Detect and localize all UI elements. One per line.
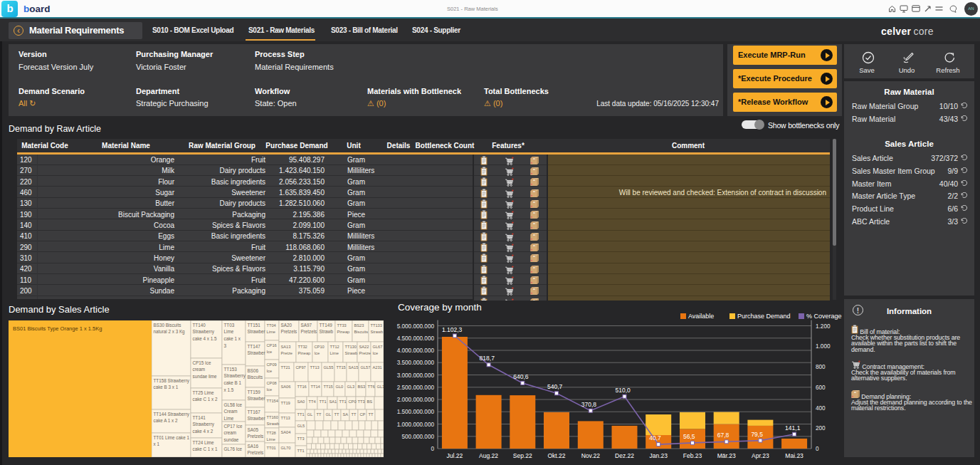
svg-text:Aug.22: Aug.22 — [479, 452, 498, 459]
svg-text:GL55: GL55 — [324, 365, 334, 370]
svg-text:Strawberry: Strawberry — [193, 422, 215, 427]
svg-text:Ice: Ice — [267, 387, 273, 392]
svg-text:A231: A231 — [373, 365, 382, 370]
svg-text:SA06: SA06 — [281, 385, 291, 389]
svg-text:800: 800 — [816, 364, 826, 370]
svg-text:GL3: GL3 — [347, 385, 355, 389]
svg-text:Ice: Ice — [373, 351, 379, 355]
svg-text:TT153: TT153 — [224, 367, 238, 372]
svg-text:TT13: TT13 — [281, 416, 290, 420]
svg-text:Lime: Lime — [224, 416, 234, 421]
svg-text:1.500.000.000: 1.500.000.000 — [397, 409, 435, 415]
svg-text:TT141: TT141 — [193, 415, 206, 420]
svg-text:GL: GL — [307, 412, 313, 417]
svg-text:BS23: BS23 — [354, 323, 364, 328]
svg-text:TT04: TT04 — [267, 323, 276, 328]
svg-text:GL5: GL5 — [297, 424, 305, 428]
svg-text:cake A 1 x 2: cake A 1 x 2 — [154, 418, 178, 423]
svg-text:640,6: 640,6 — [513, 373, 529, 380]
svg-text:TT154: TT154 — [267, 399, 278, 403]
svg-text:TT1: TT1 — [339, 399, 347, 404]
svg-text:Ice: Ice — [267, 369, 273, 373]
svg-text:Lime: Lime — [267, 330, 275, 334]
svg-text:natural 2 x 3 Kg: natural 2 x 3 Kg — [154, 329, 186, 335]
svg-text:x 1.5: x 1.5 — [224, 387, 234, 392]
svg-text:Jan.23: Jan.23 — [649, 452, 668, 459]
svg-text:TT01: TT01 — [267, 446, 276, 450]
svg-text:CP08: CP08 — [267, 381, 277, 385]
svg-text:GL70: GL70 — [281, 446, 291, 450]
svg-text:TT151: TT151 — [248, 323, 261, 328]
svg-text:cream: cream — [193, 367, 206, 372]
svg-text:TT: TT — [317, 412, 322, 417]
svg-text:CP: CP — [360, 412, 366, 417]
svg-text:Sep.22: Sep.22 — [513, 452, 532, 459]
svg-text:Feb.23: Feb.23 — [683, 452, 702, 459]
svg-text:TT33: TT33 — [337, 323, 347, 328]
svg-text:600: 600 — [816, 385, 826, 391]
svg-text:CP16: CP16 — [267, 343, 277, 348]
svg-text:TT149: TT149 — [320, 323, 333, 328]
svg-text:TT4: TT4 — [309, 399, 316, 404]
svg-text:cream: cream — [224, 430, 237, 435]
svg-text:TT15: TT15 — [337, 365, 346, 370]
svg-text:TT140: TT140 — [193, 323, 206, 328]
svg-text:TT144 Strawberry: TT144 Strawberry — [154, 412, 190, 417]
svg-text:200: 200 — [816, 425, 826, 432]
svg-text:Pretzels: Pretzels — [248, 434, 264, 439]
svg-text:Strawber: Strawber — [248, 396, 265, 401]
svg-text:Strawberry: Strawberry — [193, 329, 215, 335]
svg-text:CP17 Ice: CP17 Ice — [224, 424, 243, 429]
svg-text:GL3: GL3 — [377, 385, 384, 389]
svg-text:1.000: 1.000 — [816, 343, 831, 350]
svg-text:Pretzels: Pretzels — [301, 329, 317, 334]
svg-text:TT1: TT1 — [297, 449, 305, 453]
svg-text:TT01 Lime cake 1: TT01 Lime cake 1 — [154, 435, 190, 440]
svg-text:SA97: SA97 — [301, 323, 312, 328]
svg-text:SA04: SA04 — [281, 430, 291, 434]
svg-text:Pineap: Pineap — [298, 351, 311, 355]
svg-text:Lime: Lime — [330, 351, 339, 355]
svg-text:CP10: CP10 — [315, 345, 325, 349]
svg-text:CP0: CP0 — [349, 399, 357, 404]
svg-text:Okt.22: Okt.22 — [547, 452, 565, 459]
svg-text:TT: TT — [334, 412, 339, 417]
svg-text:BS3: BS3 — [358, 385, 366, 389]
svg-text:400: 400 — [816, 405, 826, 412]
svg-text:Mai.23: Mai.23 — [785, 452, 804, 459]
svg-text:Strawber: Strawber — [248, 329, 265, 334]
svg-text:Cream: Cream — [224, 409, 238, 414]
svg-text:3: 3 — [224, 343, 227, 348]
svg-text:TT158 Strawberry: TT158 Strawberry — [154, 378, 190, 384]
svg-text:TT12: TT12 — [330, 345, 339, 349]
svg-text:BS: BS — [367, 399, 373, 404]
svg-text:Pineap: Pineap — [337, 330, 350, 334]
svg-text:141,1: 141,1 — [785, 424, 801, 432]
svg-text:Ice: Ice — [267, 350, 273, 354]
svg-text:SA15: SA15 — [349, 365, 359, 370]
svg-text:Pretze: Pretze — [359, 351, 371, 355]
svg-text:SA1: SA1 — [330, 399, 337, 404]
svg-text:0: 0 — [431, 446, 434, 452]
svg-text:510,0: 510,0 — [616, 387, 631, 394]
svg-text:TT130: TT130 — [345, 345, 357, 349]
svg-text:SA: SA — [343, 412, 349, 417]
svg-text:5.000.000.000: 5.000.000.000 — [397, 323, 435, 330]
svg-text:TT21: TT21 — [281, 365, 290, 370]
svg-text:Apr.23: Apr.23 — [752, 452, 769, 459]
svg-text:Strawb: Strawb — [345, 351, 358, 355]
svg-text:TT15: TT15 — [324, 385, 333, 389]
svg-text:GL57: GL57 — [361, 365, 371, 370]
svg-text:1.102,3: 1.102,3 — [442, 326, 463, 333]
svg-text:CP09: CP09 — [267, 362, 277, 367]
svg-text:BS06: BS06 — [248, 368, 259, 373]
svg-text:TT03: TT03 — [224, 323, 235, 328]
svg-text:GL76 Ice: GL76 Ice — [224, 446, 243, 451]
svg-text:67,8: 67,8 — [717, 432, 729, 439]
svg-text:TT19: TT19 — [281, 401, 290, 405]
svg-text:cake 4 x 2: cake 4 x 2 — [193, 429, 214, 434]
svg-text:TT1: TT1 — [320, 399, 327, 404]
svg-text:2.000.000.000: 2.000.000.000 — [397, 397, 435, 403]
svg-text:TT24 Lime: TT24 Lime — [193, 440, 215, 445]
svg-text:TT: TT — [369, 412, 374, 417]
